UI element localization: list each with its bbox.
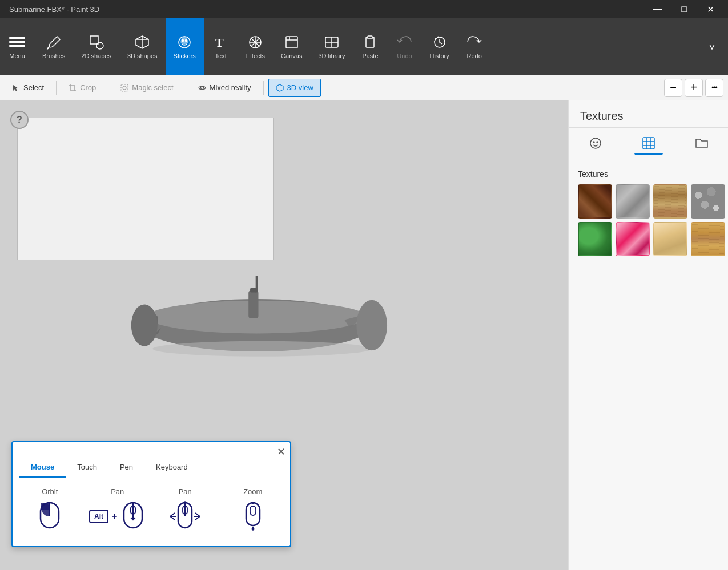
canvas-area[interactable]: ? [0,100,568,570]
svg-rect-15 [368,36,372,39]
svg-rect-3 [90,36,98,44]
panel-tabs [569,128,728,160]
panel-tab-folder[interactable] [687,132,716,155]
toolbar-stickers-label: Stickers [174,52,196,59]
mixed-reality-button[interactable]: Mixed reality [191,79,259,97]
texture-marble[interactable] [616,222,650,256]
secondary-toolbar: Select Crop Magic select Mixed reality [0,75,728,100]
toolbar-2dshapes-label: 2D shapes [81,52,111,59]
info-popup: ✕ Mouse Touch Pen Keyboard Orbit [11,441,291,547]
panel-content: Textures [569,160,728,265]
select-button[interactable]: Select [5,79,51,97]
toolbar-effects[interactable]: Effects [238,18,273,75]
svg-rect-2 [9,45,25,47]
svg-text:T: T [215,35,224,50]
right-panel: Textures [568,100,728,570]
touch-icon-group: Alt + [89,500,146,532]
svg-point-44 [597,142,598,143]
svg-rect-22 [248,291,258,318]
close-button[interactable]: ✕ [697,0,723,18]
toolbar-3dshapes[interactable]: 3D shapes [119,18,166,75]
3dview-button[interactable]: 3D view [268,79,321,97]
texture-pebble[interactable] [691,184,725,219]
svg-point-4 [96,42,103,49]
toolbar-3dlibrary-label: 3D library [318,52,345,59]
toolbar-redo[interactable]: Redo [457,18,492,75]
toolbar-3dshapes-label: 3D shapes [127,52,158,59]
zoom-minus-button[interactable]: − [664,79,682,97]
toolbar-paste-label: Paste [362,52,378,59]
toolbar-history-label: History [429,52,449,59]
textures-label: Textures [578,169,719,179]
toolbar-stickers[interactable]: Stickers [166,18,204,75]
svg-rect-0 [9,37,25,39]
svg-point-7 [186,39,187,41]
info-popup-tabs: Mouse Touch Pen Keyboard [13,458,290,478]
toolbar-paste[interactable]: Paste [353,18,387,75]
toolbar-menu[interactable]: Menu [0,18,34,75]
help-button[interactable]: ? [10,111,29,129]
sec-divider-4 [263,81,264,95]
texture-stone[interactable] [616,184,650,219]
toolbar-undo[interactable]: Undo [387,18,421,75]
info-col-mouse: Orbit [19,487,81,535]
sec-divider-3 [186,81,186,95]
toolbar-2dshapes[interactable]: 2D shapes [73,18,119,75]
title-bar: Submarine.FBX* - Paint 3D — □ ✕ [0,0,728,18]
svg-rect-1 [9,41,25,43]
toolbar-3dlibrary[interactable]: 3D library [310,18,353,75]
panel-tab-face[interactable] [581,132,610,155]
svg-point-43 [593,142,594,143]
svg-point-42 [590,138,601,148]
mouse-icon [37,500,62,532]
texture-bark[interactable] [578,184,612,219]
zoom-plus-button[interactable]: + [685,79,703,97]
touch-sublabel: Pan [111,487,124,496]
crop-button[interactable]: Crop [61,79,103,97]
toolbar-history[interactable]: History [421,18,457,75]
info-popup-close-button[interactable]: ✕ [277,446,285,458]
toolbar-expand[interactable] [701,34,723,59]
magic-select-button[interactable]: Magic select [113,79,180,97]
zoom-more-button[interactable]: ••• [705,79,723,97]
toolbar-menu-label: Menu [9,52,25,59]
svg-rect-45 [643,138,654,149]
pen-mouse-icon [168,500,202,535]
texture-sand[interactable] [653,222,687,256]
toolbar-brushes-label: Brushes [42,52,65,59]
popup-tab-keyboard[interactable]: Keyboard [144,458,199,478]
toolbar-canvas[interactable]: Canvas [273,18,310,75]
canvas-white-rect [17,118,274,260]
title-bar-controls: — □ ✕ [645,0,723,18]
svg-rect-10 [286,37,297,48]
keyboard-sublabel: Zoom [243,487,262,496]
sec-divider-2 [108,81,108,95]
popup-tab-pen[interactable]: Pen [108,458,144,478]
texture-oak[interactable] [691,222,725,256]
toolbar: Menu Brushes 2D shapes 3D shapes [0,18,728,75]
minimize-button[interactable]: — [645,0,671,18]
popup-tab-touch[interactable]: Touch [66,458,108,478]
toolbar-text-label: Text [215,52,227,59]
texture-leaves[interactable] [578,222,612,256]
panel-title: Textures [569,100,728,128]
title-bar-title: Submarine.FBX* - Paint 3D [5,5,99,14]
toolbar-brushes[interactable]: Brushes [34,18,73,75]
popup-tab-mouse[interactable]: Mouse [19,458,66,478]
info-popup-header: ✕ [13,442,290,458]
toolbar-canvas-label: Canvas [281,52,302,59]
alt-key: Alt [89,510,108,523]
pen-sublabel: Pan [179,487,192,496]
info-popup-content: Orbit Pan [13,478,290,546]
mouse-sublabel: Orbit [42,487,58,496]
maximize-button[interactable]: □ [671,0,697,18]
keyboard-icon [240,500,266,535]
svg-point-6 [182,39,184,41]
panel-tab-texture[interactable] [634,132,663,155]
toolbar-effects-label: Effects [246,52,265,59]
svg-point-18 [123,86,126,90]
toolbar-undo-label: Undo [397,52,412,59]
texture-wood[interactable] [653,184,687,219]
svg-rect-17 [121,84,128,91]
toolbar-text[interactable]: T Text [204,18,238,75]
